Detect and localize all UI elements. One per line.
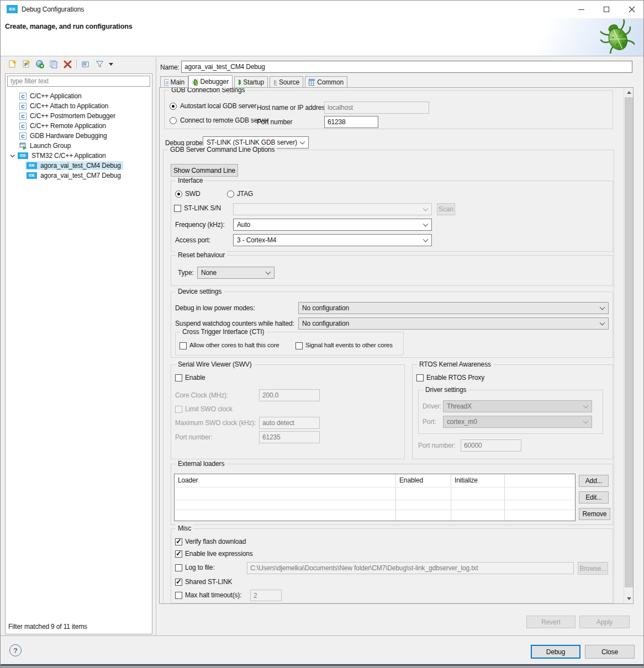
log-file-input[interactable]: C:\Users\djemelka\Documents\New folder\C… [247,562,574,574]
stm32-ide-icon: IDE [27,162,37,169]
rtos-proxy-label: Enable RTOS Proxy [426,374,484,381]
chevron-down-icon [583,403,589,409]
tree-item-cm7-debug[interactable]: IDE agora_vai_test_CM7 Debug [27,171,121,181]
shared-stlink-checkbox[interactable] [175,579,182,586]
max-halt-input[interactable]: 2 [250,590,282,601]
log-to-file-label: Log to file: [185,564,215,571]
reset-type-combo[interactable]: None [197,267,275,279]
new-prototype-button[interactable]: P [21,59,31,69]
live-expressions-checkbox[interactable] [175,550,182,558]
jtag-radio[interactable] [227,190,234,198]
maximize-button[interactable] [594,1,619,18]
port-number-input[interactable]: 61238 [324,116,378,128]
name-input[interactable]: agora_vai_test_CM4 Debug [181,61,632,73]
apply-button[interactable]: Apply [579,616,630,628]
filter-status: Filter matched 9 of 11 items [8,623,87,630]
duplicate-button[interactable] [49,59,59,69]
expander-icon[interactable] [10,153,15,158]
help-button[interactable]: ? [9,644,22,656]
selected-highlight: IDE agora_vai_test_CM4 Debug [25,161,123,170]
low-power-combo[interactable]: No configuration [298,302,609,314]
tree-item-cpp-postmortem[interactable]: C C/C++ Postmortem Debugger [19,111,115,121]
delete-button[interactable] [62,59,72,69]
rtos-port-number-input[interactable]: 60000 [461,439,521,452]
core-clock-input[interactable]: 200.0 [259,389,320,401]
close-button[interactable] [619,1,644,18]
scan-button[interactable]: Scan [437,203,455,215]
bug-logo [600,19,635,54]
chevron-down-icon [300,139,305,145]
log-to-file-checkbox[interactable] [175,564,182,571]
watchdog-combo[interactable]: No configuration [298,317,609,330]
autostart-gdb-radio[interactable] [170,103,177,110]
stlink-sn-checkbox[interactable] [174,205,181,212]
tree-item-cpp-remote[interactable]: C C/C++ Remote Application [19,121,106,131]
tab-debugger[interactable]: Debugger [188,75,233,88]
verify-flash-label: Verify flash download [185,538,246,545]
tree-item-cpp-application[interactable]: C C/C++ Application [19,91,82,101]
signal-halt-checkbox[interactable] [295,342,303,349]
filter-input[interactable]: type filter text [7,76,150,87]
vertical-scrollbar[interactable] [624,88,633,603]
remote-gdb-radio[interactable] [170,117,177,124]
tree-item-launch-group[interactable]: Launch Group [19,141,71,151]
watchdog-label: Suspend watchdog counters while halted: [175,320,294,327]
collapse-all-button[interactable] [81,59,91,69]
tree-item-cpp-attach[interactable]: C C/C++ Attach to Application [19,101,108,111]
close-dialog-button[interactable]: Close [585,645,635,659]
edit-loader-button[interactable]: Edit... [579,491,609,503]
filter-button[interactable] [94,59,104,69]
stlink-sn-label: ST-LINK S/N [184,204,221,212]
tree-item-stm32-application[interactable]: IDE STM32 C/C++ Application [10,151,106,161]
loaders-table[interactable]: Loader Enabled Initialize [174,474,576,521]
enabled-column: Enabled [396,474,451,521]
c-application-icon: C [19,132,27,140]
configuration-panel: Name: agora_vai_test_CM4 Debug Main Debu… [159,56,634,635]
max-halt-checkbox[interactable] [175,592,182,599]
export-configuration-button[interactable] [35,59,45,69]
c-application-icon: C [19,123,27,130]
dialog-subtitle: Create, manage, and run configurations [5,23,132,30]
show-command-line-button[interactable]: Show Command Line [171,164,238,177]
verify-flash-checkbox[interactable] [175,538,182,545]
remove-loader-button[interactable]: Remove [579,508,610,520]
tab-source[interactable]: Source [270,76,303,88]
chevron-down-icon [266,269,271,275]
stlink-sn-combo[interactable] [233,203,432,215]
window-shadow [1,666,643,668]
swv-enable-checkbox[interactable] [175,374,182,381]
scrollbar-thumb[interactable] [625,97,633,587]
driver-combo[interactable]: ThreadX [443,400,592,412]
access-port-combo[interactable]: 3 - Cortex-M4 [233,234,432,246]
rtos-port-combo[interactable]: cortex_m0 [443,416,592,428]
access-port-label: Access port: [175,236,210,244]
tab-main[interactable]: Main [160,76,188,88]
tree-item-cm4-debug[interactable]: IDE agora_vai_test_CM4 Debug [25,161,123,171]
jtag-label: JTAG [237,190,253,198]
scroll-down-button[interactable] [624,594,634,603]
swd-label: SWD [185,190,200,198]
scroll-up-button[interactable] [624,88,634,97]
minimize-button[interactable] [568,1,594,18]
tab-common[interactable]: Common [305,76,347,88]
shared-stlink-label: Shared ST-LINK [185,578,232,586]
maximize-icon [604,7,609,12]
revert-button[interactable]: Revert [526,616,576,628]
new-configuration-button[interactable] [7,59,17,69]
toolbar-menu-arrow[interactable] [108,59,114,69]
debug-button[interactable]: Debug [531,645,580,659]
host-input[interactable]: localhost [324,102,429,114]
add-loader-button[interactable]: Add... [579,475,609,487]
frequency-combo[interactable]: Auto [233,219,432,231]
limit-swo-checkbox[interactable] [175,406,182,413]
c-application-icon: C [19,103,27,110]
tree-item-gdb-hardware[interactable]: C GDB Hardware Debugging [19,131,107,141]
initialize-column: Initialize [451,474,505,521]
browse-button[interactable]: Browse... [578,562,608,575]
allow-halt-checkbox[interactable] [180,342,187,349]
rtos-proxy-checkbox[interactable] [416,374,424,381]
swv-port-input[interactable]: 61235 [259,431,320,443]
tab-startup[interactable]: Startup [234,76,268,88]
max-swo-input[interactable]: auto detect [259,417,320,429]
swd-radio[interactable] [175,190,182,198]
